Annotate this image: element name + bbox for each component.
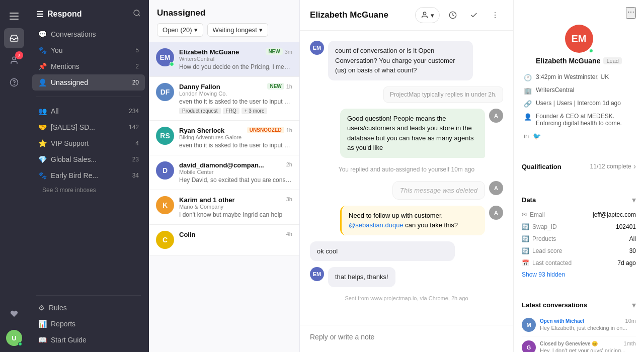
conv-item-6[interactable]: C Colin 4h: [149, 225, 299, 255]
msg-avatar-deleted: A: [489, 181, 503, 195]
conv-item-5[interactable]: K Karim and 1 other Mario & Company 3h I…: [149, 190, 299, 225]
sidebar-item-early-bird[interactable]: 🐾Early Bird Re... 34: [32, 167, 145, 184]
show-hidden-btn[interactable]: Show 93 hidden: [522, 269, 636, 280]
search-icon[interactable]: [133, 9, 141, 19]
right-panel-more-btn[interactable]: [626, 7, 636, 19]
more-action-btn[interactable]: [487, 7, 503, 23]
profile-meta: 🕐 3:42pm in Westminster, UK 🏢 WritersCen…: [522, 71, 636, 140]
you-count: 5: [135, 47, 139, 54]
lead-score-label: 🔄 Lead score: [522, 247, 562, 254]
qualification-title: Qualification: [522, 163, 561, 170]
products-label: 🔄 Products: [522, 235, 556, 242]
sidebar-item-start-guide[interactable]: 📖 Start Guide: [32, 332, 145, 348]
heart-icon[interactable]: [4, 304, 24, 324]
conv-meta-2: NEW 1h: [267, 83, 292, 90]
conv-content-6: Colin 4h: [179, 231, 292, 249]
secondary-nav-section: 👥All 234 🤝[SALES] SD... 142 ⭐VIP Support…: [28, 101, 149, 199]
sidebar-icon-rail: 7 U: [0, 0, 28, 352]
conv-online-dot: [170, 62, 174, 66]
conv-item-1[interactable]: EM Elizabeth McGuane WritersCentral NEW …: [149, 42, 299, 77]
svg-point-3: [13, 57, 16, 60]
brand-title: ☰ Respond: [36, 10, 82, 19]
sidebar-item-rules[interactable]: ⚙ Rules: [32, 300, 145, 316]
latest-conv-header[interactable]: Latest conversations ▾: [522, 300, 636, 310]
left-nav-bottom: ⚙ Rules 📊 Reports 📖 Start Guide: [28, 291, 149, 352]
profile-avatar: EM: [565, 25, 593, 53]
user-avatar-icon[interactable]: U: [6, 330, 22, 346]
start-guide-label: Start Guide: [51, 336, 87, 344]
conv-item-2[interactable]: DF Danny Fallon London Moving Co. NEW 1h…: [149, 77, 299, 121]
menu-icon[interactable]: [4, 6, 24, 26]
svg-line-7: [138, 15, 140, 16]
msg-bubble-deleted: This message was deleted: [392, 181, 485, 200]
latest-conv-title: Latest conversations: [522, 301, 587, 309]
agent-selector-btn[interactable]: ▾: [415, 7, 440, 23]
conv-preview-4: Hey David, so excited that you are consi…: [179, 177, 292, 184]
latest-conv-item-1[interactable]: M Open with Michael 10m Hey Elizabeth, j…: [522, 314, 636, 336]
you-label: You: [51, 46, 63, 54]
qualification-header[interactable]: Qualification 11/12 complete ›: [522, 162, 636, 171]
sidebar-item-all[interactable]: 👥All 234: [32, 103, 145, 119]
sidebar-item-global-sales[interactable]: 💎Global Sales... 23: [32, 151, 145, 167]
global-icon: 💎: [38, 155, 47, 163]
conv-preview-3: even tho it is asked to the user to inpu…: [179, 142, 292, 149]
data-row-lead-score: 🔄 Lead score 30: [522, 245, 636, 257]
you-icon: 🐾: [38, 46, 47, 54]
conv-time-4: 2h: [286, 161, 292, 167]
filter-sort-btn[interactable]: Waiting longest ▾: [207, 23, 268, 37]
user-online-dot: [18, 342, 22, 346]
all-count: 234: [129, 108, 139, 115]
conv-company-4: Mobile Center: [179, 169, 264, 175]
inbox-nav-icon[interactable]: [4, 28, 24, 48]
sidebar-item-unassigned[interactable]: 👤 Unassigned 20: [32, 74, 145, 91]
conv-item-3[interactable]: RS Ryan Sherlock Biking Adventures Galor…: [149, 121, 299, 155]
conv-name-2: Danny Fallon: [179, 83, 227, 91]
chat-input-area: [300, 325, 513, 352]
primary-nav-section: 💬 Conversations 🐾 You 5 📌 Mentions 2 👤 U…: [28, 24, 149, 93]
sidebar-item-reports[interactable]: 📊 Reports: [32, 316, 145, 332]
linkedin-icon[interactable]: in: [524, 132, 529, 140]
chat-area: Elizabeth McGuane ▾ EM count of conversa…: [300, 0, 513, 352]
meta-company-text: WritersCentral: [536, 86, 574, 94]
conv-time-2: 1h: [286, 83, 292, 90]
latest-conv-info-2: Closed by Genevieve 😊 1mth Hey, I don't …: [540, 340, 636, 352]
sidebar-item-conversations[interactable]: 💬 Conversations: [32, 26, 145, 42]
conv-tag: FRQ: [223, 108, 239, 114]
data-section-header[interactable]: Data ▾: [522, 195, 636, 205]
data-row-swapid: 🔄 Swap_ID 102401: [522, 221, 636, 233]
help-nav-icon[interactable]: [4, 72, 24, 93]
filter-open-btn[interactable]: Open (20) ▾: [157, 23, 203, 37]
contacts-nav-icon[interactable]: 7: [4, 50, 24, 70]
last-contacted-label: 📅 Last contacted: [522, 259, 572, 267]
conv-item-4[interactable]: D david_diamond@compan... Mobile Center …: [149, 155, 299, 190]
conv-meta-3: UNSNOOZED 1h: [247, 127, 292, 133]
see-more-inboxes[interactable]: See 3 more inboxes: [32, 184, 145, 197]
data-row-products: 🔄 Products All: [522, 233, 636, 245]
conv-preview-1: How do you decide on the Pricing, I mean…: [179, 63, 292, 70]
latest-conv-chevron: ▾: [632, 300, 636, 310]
conv-badge-1: NEW: [266, 48, 282, 55]
chat-input[interactable]: [310, 333, 503, 341]
sidebar-item-you[interactable]: 🐾 You 5: [32, 42, 145, 58]
latest-conv-time-1: 10m: [625, 318, 636, 324]
profile-name-row: Elizabeth McGuane Lead: [536, 57, 622, 65]
users-icon: 🔗: [524, 100, 532, 108]
qualification-chevron: ›: [633, 162, 636, 171]
clock-action-btn[interactable]: [445, 7, 461, 23]
sidebar-item-sales-sd[interactable]: 🤝[SALES] SD... 142: [32, 119, 145, 135]
contacts-badge: 7: [15, 51, 23, 59]
twitter-icon[interactable]: 🐦: [533, 132, 541, 140]
sidebar-item-mentions[interactable]: 📌 Mentions 2: [32, 58, 145, 74]
brand-label: Respond: [47, 10, 82, 19]
email-label: ✉ Email: [522, 211, 545, 218]
qualification-progress: 11/12 complete: [590, 163, 631, 170]
sidebar-item-vip-support[interactable]: ⭐VIP Support 4: [32, 135, 145, 151]
conv-name-4: david_diamond@compan...: [179, 161, 264, 169]
msg-bubble-thanks: that helps, thanks!: [328, 267, 395, 287]
check-action-btn[interactable]: [466, 7, 482, 23]
mentions-count: 2: [135, 63, 139, 70]
latest-conv-item-2[interactable]: G Closed by Genevieve 😊 1mth Hey, I don'…: [522, 336, 636, 352]
reports-label: Reports: [51, 320, 75, 328]
meta-bio-text: Founder & CEO at MEDESK. Enforcing digit…: [536, 113, 634, 127]
msg-avatar-3: A: [489, 109, 503, 123]
